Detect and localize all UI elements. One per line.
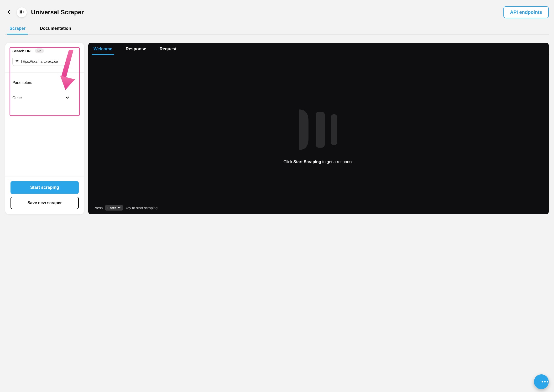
- start-scraping-button[interactable]: Start scraping: [10, 181, 79, 194]
- header-left: Universal Scraper: [6, 7, 84, 17]
- tab-welcome[interactable]: Welcome: [93, 43, 112, 55]
- accordion-other-label: Other: [12, 96, 22, 100]
- accordion-parameters-label: Parameters: [12, 81, 32, 85]
- sidebar-actions: Start scraping Save new scraper: [5, 176, 84, 214]
- welcome-message-suffix: to get a response: [321, 160, 354, 164]
- svg-rect-7: [316, 112, 325, 147]
- sidebar-card: Search URL url Parameters: [5, 43, 84, 214]
- search-url-section: Search URL url: [5, 43, 84, 70]
- welcome-message-prefix: Click: [284, 160, 293, 164]
- chevron-down-icon: [65, 80, 70, 86]
- svg-rect-1: [23, 10, 24, 13]
- layout: Search URL url Parameters: [5, 43, 549, 214]
- tab-response[interactable]: Response: [126, 43, 146, 55]
- api-endpoints-button[interactable]: API endpoints: [504, 6, 549, 18]
- page-title: Universal Scraper: [31, 9, 84, 16]
- accordion-parameters[interactable]: Parameters: [12, 75, 70, 90]
- search-url-chip: url: [35, 49, 44, 53]
- main-panel: Welcome Response Request Click Start Scr…: [88, 43, 549, 214]
- brand-badge: [17, 7, 27, 17]
- chat-bubble-button[interactable]: [534, 374, 549, 389]
- enter-icon: [117, 206, 121, 210]
- accordion-other[interactable]: Other: [12, 90, 70, 106]
- svg-rect-0: [21, 10, 22, 13]
- svg-rect-8: [331, 114, 337, 145]
- search-url-input-wrap[interactable]: [12, 57, 67, 66]
- back-button[interactable]: [6, 9, 12, 16]
- main-panel-footer: Press Enter key to start scraping: [88, 202, 549, 214]
- tab-documentation[interactable]: Documentation: [40, 23, 71, 34]
- target-icon: [15, 59, 19, 64]
- search-url-label: Search URL: [12, 49, 33, 53]
- header: Universal Scraper API endpoints: [5, 3, 549, 23]
- search-url-label-row: Search URL url: [12, 49, 77, 53]
- search-url-input[interactable]: [21, 59, 67, 63]
- save-new-scraper-button[interactable]: Save new scraper: [10, 197, 79, 209]
- chevron-left-icon: [6, 9, 12, 15]
- footer-press: Press: [93, 206, 103, 210]
- enter-key-hint: Enter: [105, 205, 123, 210]
- kbd-enter-label: Enter: [107, 206, 116, 210]
- chat-icon: [534, 378, 542, 386]
- footer-suffix: key to start scraping: [126, 206, 157, 210]
- chat-dots-icon: [542, 381, 548, 382]
- top-tabs: Scraper Documentation: [5, 23, 549, 35]
- brand-bars-icon: [19, 9, 24, 15]
- svg-point-2: [16, 60, 17, 61]
- tab-scraper[interactable]: Scraper: [10, 23, 26, 34]
- welcome-content: Click Start Scraping to get a response: [88, 55, 549, 202]
- welcome-message: Click Start Scraping to get a response: [284, 160, 354, 164]
- tab-request[interactable]: Request: [160, 43, 177, 55]
- main-panel-tabs: Welcome Response Request: [88, 43, 549, 55]
- chevron-down-icon: [65, 95, 70, 101]
- accordion: Parameters Other: [5, 73, 84, 106]
- welcome-message-bold: Start Scraping: [293, 160, 321, 164]
- brand-bars-large-icon: [292, 107, 345, 153]
